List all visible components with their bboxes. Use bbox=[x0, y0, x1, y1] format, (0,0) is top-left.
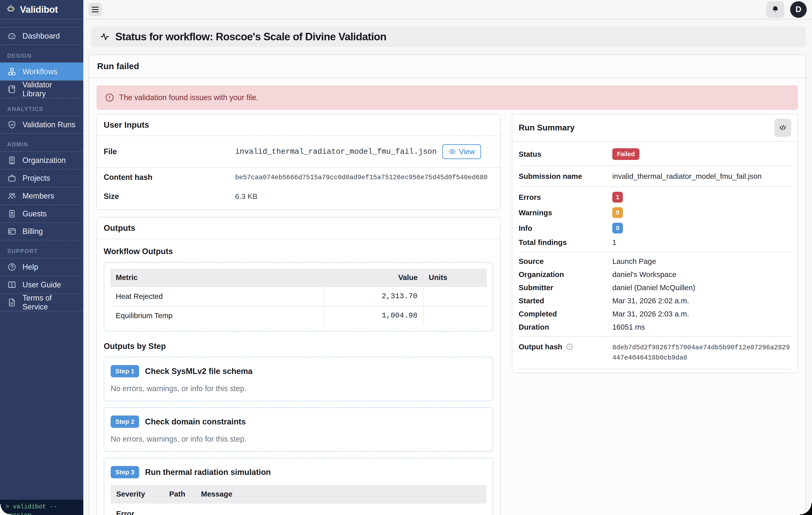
eye-icon bbox=[448, 148, 456, 155]
sidebar-item-label: Validation Runs bbox=[23, 120, 76, 129]
run-status-card: Run failed The validation found issues w… bbox=[89, 55, 806, 515]
sidebar-item-user-guide[interactable]: User Guide bbox=[0, 276, 83, 293]
completed-value: Mar 31, 2026 2:03 a.m. bbox=[612, 310, 689, 318]
organization-label: Organization bbox=[519, 270, 612, 279]
warnings-row: Warnings 0 bbox=[519, 205, 791, 220]
file-row: File invalid_thermal_radiator_model_fmu_… bbox=[97, 136, 500, 167]
table-row: Heat Rejected 2,313.70 bbox=[110, 287, 487, 306]
avatar[interactable]: D bbox=[790, 1, 807, 18]
step-2-header: Step 2 Check domain constraints bbox=[111, 416, 486, 428]
view-json-button[interactable] bbox=[774, 119, 791, 137]
file-label: File bbox=[104, 147, 235, 156]
sidebar-item-validation-runs[interactable]: Validation Runs bbox=[0, 116, 83, 134]
workflow-outputs-table: Metric Value Units Heat Rejected bbox=[110, 268, 487, 325]
sidebar-item-members[interactable]: Members bbox=[0, 187, 83, 205]
output-hash-label: Output hash bbox=[519, 343, 612, 351]
step-3-card: Step 3 Run thermal radiation simulation … bbox=[104, 458, 493, 515]
alert-octagon-icon bbox=[105, 93, 114, 102]
user-inputs-card: User Inputs File invalid_thermal_radiato… bbox=[96, 114, 500, 210]
sidebar-item-terms-of-service[interactable]: Terms of Service bbox=[0, 293, 83, 311]
step-1-badge: Step 1 bbox=[111, 365, 139, 377]
col-severity: Severity bbox=[111, 485, 164, 503]
submitter-value: daniel (Daniel McQuillen) bbox=[612, 283, 695, 292]
sidebar-item-label: Validator Library bbox=[23, 80, 76, 98]
page-title-band: Status for workflow: Roscoe's Scale of D… bbox=[91, 27, 806, 47]
topbar: D bbox=[83, 0, 812, 20]
step-2-empty-message: No errors, warnings, or info for this st… bbox=[111, 435, 486, 444]
sidebar-item-label: Organization bbox=[23, 156, 66, 165]
step-2-title: Check domain constraints bbox=[145, 417, 246, 426]
sidebar-item-projects[interactable]: Projects bbox=[0, 169, 83, 187]
sidebar-item-label: Members bbox=[23, 192, 54, 200]
col-value: Value bbox=[323, 268, 423, 287]
submission-row: Submission name invalid_thermal_radiator… bbox=[519, 169, 791, 184]
outputs-by-step-heading: Outputs by Step bbox=[104, 342, 493, 351]
info-label: Info bbox=[519, 224, 612, 232]
app-root: Validibot Dashboard DESIGN Workflows Val… bbox=[0, 0, 812, 515]
submitter-row: Submitter daniel (Daniel McQuillen) bbox=[519, 281, 791, 294]
sidebar-item-label: Dashboard bbox=[23, 32, 60, 40]
info-count-badge: 0 bbox=[612, 223, 623, 233]
step-1-header: Step 1 Check SysMLv2 file schema bbox=[111, 365, 486, 377]
status-failed-badge: Failed bbox=[612, 148, 639, 160]
alert-message: The validation found issues with your fi… bbox=[119, 93, 258, 102]
started-value: Mar 31, 2026 2:02 a.m. bbox=[612, 296, 689, 305]
sidebar-item-organization[interactable]: Organization bbox=[0, 151, 83, 169]
sidebar-toggle-button[interactable] bbox=[89, 3, 102, 16]
warnings-count-badge: 0 bbox=[612, 207, 623, 218]
total-findings-label: Total findings bbox=[519, 238, 612, 247]
cubes-icon bbox=[7, 67, 17, 76]
status-label: Status bbox=[519, 150, 612, 159]
sidebar-header: Validibot bbox=[0, 0, 83, 20]
sidebar-item-label: Workflows bbox=[23, 67, 57, 76]
code-icon bbox=[779, 123, 787, 132]
app-title: Validibot bbox=[20, 4, 58, 15]
output-hash-value: 8deb7d5d2f98267f57004ae74db5b90f12e07296… bbox=[612, 343, 790, 363]
id-badge-icon bbox=[7, 209, 17, 219]
sidebar-section-design: DESIGN bbox=[0, 53, 83, 59]
bell-icon bbox=[771, 5, 780, 14]
page-title: Status for workflow: Roscoe's Scale of D… bbox=[115, 31, 386, 43]
errors-count-badge: 1 bbox=[612, 192, 623, 203]
shield-check-icon bbox=[7, 120, 17, 130]
sidebar-item-help[interactable]: Help bbox=[0, 258, 83, 276]
table-header-row: Metric Value Units bbox=[110, 268, 487, 287]
view-file-button[interactable]: View bbox=[442, 144, 481, 159]
findings-table: Severity Path Message Error bbox=[111, 485, 486, 515]
source-label: Source bbox=[519, 257, 612, 265]
sidebar-item-billing[interactable]: Billing bbox=[0, 223, 83, 240]
sidebar-item-label: Guests bbox=[23, 209, 47, 218]
sidebar-item-label: Billing bbox=[23, 227, 43, 236]
version-terminal: > validibot --version core 0.3.3 bbox=[0, 500, 83, 515]
sidebar-item-workflows[interactable]: Workflows bbox=[0, 63, 83, 80]
credit-card-icon bbox=[7, 227, 17, 236]
screen-corner-bottom-right bbox=[800, 503, 812, 515]
table-row: Equilibrium Temp 1,004.98 bbox=[110, 306, 487, 325]
col-message: Message bbox=[196, 485, 486, 503]
sidebar-section-admin: ADMIN bbox=[0, 141, 83, 148]
workflow-outputs-heading: Workflow Outputs bbox=[104, 247, 493, 256]
document-icon bbox=[7, 298, 17, 307]
col-path: Path bbox=[164, 485, 196, 503]
step-1-empty-message: No errors, warnings, or info for this st… bbox=[111, 384, 486, 393]
activity-pulse-icon bbox=[99, 32, 110, 42]
run-summary-title: Run Summary bbox=[519, 123, 575, 132]
content-hash-row: Content hash be57caa074eb5666d7515a79cc0… bbox=[97, 167, 500, 187]
sidebar-item-label: Help bbox=[23, 263, 38, 271]
building-icon bbox=[7, 156, 17, 165]
sidebar-item-guests[interactable]: Guests bbox=[0, 205, 83, 223]
step-3-title: Run thermal radiation simulation bbox=[145, 468, 271, 477]
content-hash-label: Content hash bbox=[104, 173, 235, 182]
briefcase-icon bbox=[7, 173, 17, 183]
sidebar-item-dashboard[interactable]: Dashboard bbox=[0, 27, 83, 45]
sidebar-section-analytics: ANALYTICS bbox=[0, 106, 83, 112]
warnings-label: Warnings bbox=[519, 208, 612, 217]
step-2-badge: Step 2 bbox=[111, 416, 139, 428]
notifications-button[interactable] bbox=[766, 1, 784, 18]
sidebar-item-validator-library[interactable]: Validator Library bbox=[0, 80, 83, 98]
terminal-command: > validibot --version bbox=[5, 503, 78, 515]
sidebar-item-label: Projects bbox=[23, 174, 50, 182]
submission-label: Submission name bbox=[519, 172, 612, 180]
info-icon[interactable] bbox=[566, 343, 573, 351]
left-column: User Inputs File invalid_thermal_radiato… bbox=[96, 114, 500, 515]
